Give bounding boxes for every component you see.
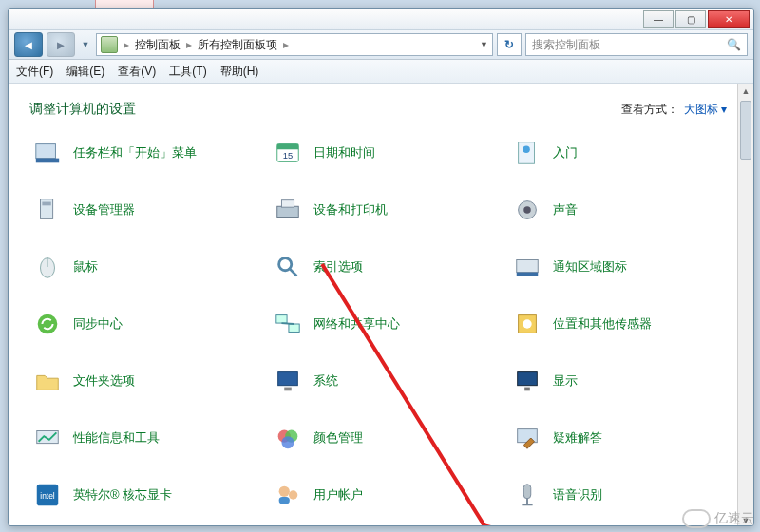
scroll-thumb[interactable] bbox=[740, 101, 751, 160]
troubleshoot-icon bbox=[511, 422, 543, 454]
breadcrumb-root[interactable]: 控制面板 bbox=[135, 37, 180, 53]
user-accounts-icon bbox=[272, 479, 304, 511]
svg-rect-27 bbox=[518, 372, 538, 386]
svg-point-32 bbox=[281, 436, 294, 448]
menu-view[interactable]: 查看(V) bbox=[118, 64, 156, 80]
search-placeholder: 搜索控制面板 bbox=[532, 37, 600, 53]
cp-item-troubleshoot[interactable]: 疑难解答 bbox=[505, 416, 736, 460]
cp-item-device-manager[interactable]: 设备管理器 bbox=[26, 188, 256, 232]
titlebar: — ▢ ✕ bbox=[9, 9, 753, 30]
svg-rect-1 bbox=[36, 159, 59, 163]
cp-item-performance[interactable]: 性能信息和工具 bbox=[26, 416, 256, 460]
cp-item-label: 性能信息和工具 bbox=[73, 429, 160, 446]
arrow-right-icon: ► bbox=[55, 38, 67, 52]
scroll-up-button[interactable]: ▲ bbox=[738, 84, 753, 99]
cp-item-label: 声音 bbox=[553, 201, 578, 218]
cp-item-label: 网络和共享中心 bbox=[314, 315, 400, 332]
cp-item-label: 索引选项 bbox=[314, 258, 363, 276]
history-dropdown[interactable]: ▼ bbox=[79, 33, 92, 56]
cp-item-label: 用户帐户 bbox=[314, 486, 363, 504]
svg-rect-3 bbox=[276, 144, 298, 150]
performance-icon bbox=[31, 422, 64, 454]
svg-point-24 bbox=[523, 319, 532, 328]
vertical-scrollbar[interactable]: ▲ ▼ bbox=[737, 84, 753, 526]
cp-item-sync-center[interactable]: 同步中心 bbox=[26, 302, 256, 346]
sync-center-icon bbox=[31, 308, 64, 340]
search-icon: 🔍 bbox=[727, 38, 741, 51]
menu-file[interactable]: 文件(F) bbox=[16, 64, 53, 80]
back-button[interactable]: ◄ bbox=[14, 32, 43, 57]
page-title: 调整计算机的设置 bbox=[29, 101, 136, 118]
color-mgmt-icon bbox=[272, 422, 304, 454]
cp-item-display[interactable]: 显示 bbox=[505, 359, 736, 403]
svg-line-22 bbox=[281, 323, 294, 324]
svg-rect-39 bbox=[524, 484, 532, 499]
cp-item-label: 英特尔® 核芯显卡 bbox=[73, 486, 172, 504]
svg-rect-29 bbox=[37, 431, 59, 444]
cp-item-color-mgmt[interactable]: 颜色管理 bbox=[266, 416, 497, 460]
cp-item-folder-options[interactable]: 文件夹选项 bbox=[26, 359, 256, 403]
search-input[interactable]: 搜索控制面板 🔍 bbox=[525, 33, 748, 56]
display-icon bbox=[511, 365, 543, 397]
cp-item-taskbar[interactable]: 任务栏和「开始」菜单 bbox=[26, 131, 256, 175]
cp-item-label: 语音识别 bbox=[553, 486, 602, 504]
menu-edit[interactable]: 编辑(E) bbox=[66, 64, 104, 80]
svg-rect-0 bbox=[36, 144, 56, 159]
address-bar[interactable]: ▸ 控制面板 ▸ 所有控制面板项 ▸ ▼ bbox=[96, 33, 493, 56]
content-area: 调整计算机的设置 查看方式： 大图标 ▾ 任务栏和「开始」菜单15日期和时间入门… bbox=[9, 84, 753, 526]
folder-options-icon bbox=[31, 365, 64, 397]
svg-line-16 bbox=[290, 269, 297, 276]
taskbar-icon bbox=[31, 137, 64, 169]
close-button[interactable]: ✕ bbox=[708, 10, 750, 28]
cp-item-getting-started[interactable]: 入门 bbox=[505, 131, 736, 175]
svg-rect-25 bbox=[277, 372, 297, 386]
svg-point-6 bbox=[523, 146, 531, 154]
cp-item-label: 鼠标 bbox=[73, 258, 98, 276]
cp-item-label: 位置和其他传感器 bbox=[553, 315, 652, 332]
control-panel-icon bbox=[101, 36, 118, 53]
notification-icons-icon bbox=[511, 251, 543, 283]
cp-item-label: 文件夹选项 bbox=[73, 372, 135, 390]
svg-text:15: 15 bbox=[282, 151, 292, 161]
cp-item-label: 入门 bbox=[553, 144, 578, 162]
cp-item-label: 任务栏和「开始」菜单 bbox=[73, 144, 197, 162]
svg-point-36 bbox=[278, 486, 289, 497]
cp-item-system[interactable]: 系统 bbox=[266, 359, 497, 403]
svg-rect-17 bbox=[517, 260, 539, 273]
svg-rect-33 bbox=[518, 429, 538, 443]
system-icon bbox=[272, 365, 304, 397]
menu-help[interactable]: 帮助(H) bbox=[220, 64, 259, 80]
forward-button[interactable]: ► bbox=[47, 32, 75, 57]
svg-point-19 bbox=[38, 314, 58, 334]
minimize-button[interactable]: — bbox=[643, 10, 674, 28]
address-dropdown[interactable]: ▼ bbox=[480, 40, 488, 49]
svg-point-12 bbox=[524, 206, 532, 214]
cp-item-devices-printers[interactable]: 设备和打印机 bbox=[266, 188, 497, 232]
location-sensors-icon bbox=[511, 308, 543, 340]
cp-item-user-accounts[interactable]: 用户帐户 bbox=[266, 473, 497, 517]
viewmode-dropdown[interactable]: 大图标 ▾ bbox=[684, 102, 727, 118]
cp-item-intel-graphics[interactable]: intel英特尔® 核芯显卡 bbox=[26, 473, 256, 517]
network-sharing-icon bbox=[272, 308, 304, 340]
content-header: 调整计算机的设置 查看方式： 大图标 ▾ bbox=[9, 84, 753, 125]
cp-item-label: 通知区域图标 bbox=[553, 258, 627, 276]
cp-item-mouse[interactable]: 鼠标 bbox=[26, 245, 256, 289]
cp-item-label: 系统 bbox=[314, 372, 338, 390]
cp-item-datetime[interactable]: 15日期和时间 bbox=[266, 131, 497, 175]
refresh-button[interactable]: ↻ bbox=[497, 33, 522, 56]
device-manager-icon bbox=[31, 194, 64, 226]
menu-tools[interactable]: 工具(T) bbox=[169, 64, 206, 80]
sound-icon bbox=[511, 194, 543, 226]
indexing-icon bbox=[272, 251, 304, 283]
cp-item-location-sensors[interactable]: 位置和其他传感器 bbox=[505, 302, 736, 346]
breadcrumb-leaf[interactable]: 所有控制面板项 bbox=[198, 37, 277, 53]
cp-item-network-sharing[interactable]: 网络和共享中心 bbox=[266, 302, 497, 346]
cp-item-sound[interactable]: 声音 bbox=[505, 188, 736, 232]
cp-item-notification-icons[interactable]: 通知区域图标 bbox=[505, 245, 736, 289]
chevron-right-icon: ▸ bbox=[283, 38, 289, 51]
maximize-button[interactable]: ▢ bbox=[675, 10, 706, 28]
devices-printers-icon bbox=[272, 194, 304, 226]
cloud-icon bbox=[682, 509, 711, 528]
intel-graphics-icon: intel bbox=[31, 479, 64, 511]
cp-item-indexing[interactable]: 索引选项 bbox=[266, 245, 497, 289]
